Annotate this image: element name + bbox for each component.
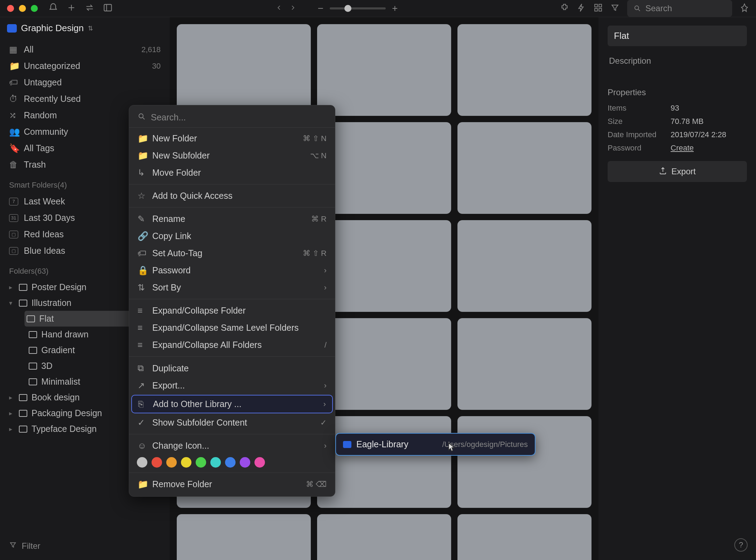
library-submenu-item[interactable]: Eagle-Library /Users/ogdesign/Pictures: [335, 433, 536, 456]
help-button[interactable]: ?: [734, 538, 748, 552]
menu-remove-folder[interactable]: 📁 Remove Folder ⌘ ⌫: [129, 476, 335, 493]
folder-icon: [19, 284, 27, 291]
menu-item[interactable]: ≡Expand/Collapse Same Level Folders: [129, 319, 335, 336]
zoom-in-button[interactable]: +: [392, 3, 398, 14]
property-row: Date Imported2019/07/24 2:28: [608, 130, 747, 139]
thumbnail[interactable]: [177, 24, 311, 116]
export-button[interactable]: Export: [608, 161, 747, 182]
folder-icon: [29, 347, 37, 354]
menu-item[interactable]: 📁New Subfolder⌥ N: [129, 147, 335, 164]
thumbnail[interactable]: [317, 122, 451, 214]
menu-item[interactable]: 🔒Password›: [129, 262, 335, 279]
thumbnail[interactable]: [457, 318, 592, 410]
pin-icon[interactable]: [740, 3, 749, 14]
color-swatch[interactable]: [210, 457, 221, 468]
forward-button[interactable]: [289, 4, 297, 13]
sidebar-toggle-icon[interactable]: [103, 3, 113, 14]
export-label: Export: [671, 167, 695, 176]
search-input[interactable]: Search: [627, 0, 732, 17]
layout-icon[interactable]: [594, 3, 603, 14]
thumbnail[interactable]: [317, 416, 451, 508]
menu-item[interactable]: ↳Move Folder: [129, 164, 335, 181]
close-window-button[interactable]: [7, 5, 14, 12]
star-icon: ☆: [138, 191, 147, 201]
inspector-description-field[interactable]: Description: [608, 51, 747, 71]
color-swatch[interactable]: [196, 457, 206, 468]
chevron-icon: ▾: [9, 299, 15, 307]
folder-icon: [27, 315, 35, 322]
color-swatch[interactable]: [240, 457, 250, 468]
svg-rect-2: [599, 4, 602, 7]
thumbnail[interactable]: [457, 122, 592, 214]
color-swatch[interactable]: [225, 457, 236, 468]
context-menu: Search... 📁New Folder⌘ ⇧ N📁New Subfolder…: [129, 105, 335, 497]
folder-icon: [29, 363, 37, 370]
color-swatch[interactable]: [137, 457, 147, 468]
chevron-icon: ▸: [9, 284, 15, 291]
color-swatch[interactable]: [166, 457, 177, 468]
menu-item[interactable]: 📁New Folder⌘ ⇧ N: [129, 130, 335, 147]
menu-item[interactable]: ⇅Sort By›: [129, 279, 335, 296]
menu-item[interactable]: ✓Show Subfolder Content✓: [129, 414, 335, 431]
context-search-input[interactable]: Search...: [129, 109, 335, 128]
sidebar-item[interactable]: ▦All2,618: [7, 41, 163, 58]
zoom-out-button[interactable]: −: [318, 3, 323, 14]
thumbnail[interactable]: [457, 514, 592, 560]
search-placeholder: Search: [645, 4, 672, 13]
menu-item[interactable]: 🏷Set Auto-Tag⌘ ⇧ R: [129, 245, 335, 262]
folder-icon: [19, 410, 27, 417]
thumbnail[interactable]: [457, 416, 592, 508]
window-controls: [7, 5, 38, 12]
bell-icon[interactable]: [48, 3, 58, 14]
menu-add-quick-access[interactable]: ☆ Add to Quick Access: [129, 187, 335, 204]
sidebar-item[interactable]: 🏷Untagged: [7, 74, 163, 91]
menu-item[interactable]: ≡Expand/Collapse Folder: [129, 302, 335, 319]
color-swatch[interactable]: [152, 457, 162, 468]
menu-item[interactable]: 🔗Copy Link: [129, 227, 335, 245]
lightning-icon[interactable]: [577, 3, 586, 14]
sidebar-item[interactable]: ⏱Recently Used: [7, 91, 163, 107]
maximize-window-button[interactable]: [31, 5, 38, 12]
menu-item[interactable]: ≡Expand/Collapse All Folders/: [129, 336, 335, 354]
transfer-icon[interactable]: [85, 3, 94, 14]
filter-icon[interactable]: [610, 3, 620, 14]
thumbnail[interactable]: [457, 24, 592, 116]
filter-label: Filter: [22, 541, 40, 551]
svg-rect-1: [595, 4, 597, 7]
menu-item[interactable]: ⧉Duplicate: [129, 359, 335, 377]
thumbnail[interactable]: [317, 220, 451, 312]
folder-icon: [29, 378, 37, 385]
menu-change-icon[interactable]: ☺ Change Icon... ›: [129, 437, 335, 454]
thumbnail[interactable]: [317, 514, 451, 560]
library-icon: [7, 24, 17, 33]
plus-icon[interactable]: [66, 3, 76, 14]
extension-icon[interactable]: [560, 3, 569, 14]
property-row: PasswordCreate: [608, 144, 747, 153]
minimize-window-button[interactable]: [19, 5, 26, 12]
thumbnail[interactable]: [457, 220, 592, 312]
color-swatch[interactable]: [254, 457, 265, 468]
menu-item[interactable]: ⎘Add to Other Library ...›: [131, 395, 333, 413]
menu-item[interactable]: ✎Rename⌘ R: [129, 210, 335, 227]
library-selector[interactable]: Graphic Design ⇅: [7, 23, 163, 34]
back-button[interactable]: [275, 4, 283, 13]
chevron-icon: ▸: [9, 425, 15, 433]
svg-rect-4: [599, 8, 602, 11]
folder-icon: [29, 331, 37, 338]
chevron-icon: ▸: [9, 410, 15, 417]
svg-rect-0: [104, 5, 112, 11]
zoom-slider[interactable]: [330, 7, 386, 9]
thumbnail[interactable]: [317, 24, 451, 116]
cursor-icon: [448, 442, 456, 454]
menu-item[interactable]: ↗Export...›: [129, 377, 335, 394]
sidebar-item[interactable]: 📁Uncategorized30: [7, 58, 163, 74]
folder-remove-icon: 📁: [138, 479, 147, 489]
filter-button[interactable]: Filter: [0, 537, 170, 555]
folder-icon: [19, 394, 27, 401]
thumbnail[interactable]: [317, 318, 451, 410]
color-swatch[interactable]: [181, 457, 191, 468]
property-row: Size70.78 MB: [608, 117, 747, 126]
inspector-title-field[interactable]: Flat: [608, 26, 747, 46]
title-bar: − + Search: [0, 0, 756, 17]
thumbnail[interactable]: [177, 514, 311, 560]
